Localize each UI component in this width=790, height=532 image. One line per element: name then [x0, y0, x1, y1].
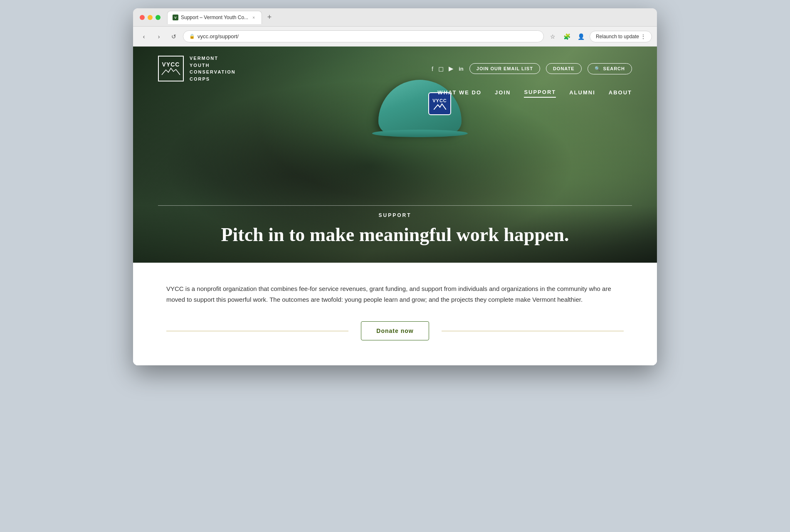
- search-label: SEARCH: [603, 66, 625, 71]
- donate-now-button[interactable]: Donate now: [361, 321, 429, 340]
- instagram-icon[interactable]: ◻: [438, 65, 444, 73]
- relaunch-button[interactable]: Relaunch to update ⋮: [590, 31, 652, 42]
- browser-window: V Support – Vermont Youth Co... × + ‹ › …: [133, 8, 657, 365]
- extensions-button[interactable]: 🧩: [561, 31, 573, 42]
- refresh-button[interactable]: ↺: [168, 31, 180, 42]
- nav-item-support[interactable]: SUPPORT: [524, 89, 556, 98]
- relaunch-menu-icon: ⋮: [641, 34, 646, 39]
- logo-box: VYCC: [158, 56, 184, 81]
- bookmark-button[interactable]: ☆: [547, 31, 559, 42]
- hero-title: Pitch in to make meaningful work happen.: [158, 223, 632, 246]
- fullscreen-window-button[interactable]: [156, 15, 160, 20]
- tab-favicon: V: [173, 15, 178, 20]
- header-right: f ◻ ▶ in JOIN OUR EMAIL LIST DONATE 🔍 SE…: [432, 63, 632, 74]
- social-icons: f ◻ ▶ in: [432, 65, 464, 73]
- content-section: VYCC is a nonprofit organization that co…: [133, 263, 657, 365]
- address-text: vycc.org/support/: [198, 33, 239, 39]
- hero-bottom: SUPPORT Pitch in to make meaningful work…: [133, 205, 657, 263]
- tab-title: Support – Vermont Youth Co...: [181, 15, 248, 20]
- search-button[interactable]: 🔍 SEARCH: [588, 63, 632, 74]
- traffic-lights: [140, 15, 160, 20]
- toolbar-actions: ☆ 🧩 👤 Relaunch to update ⋮: [547, 31, 652, 42]
- logo-org-name: VERMONT YOUTH CONSERVATION CORPS: [190, 55, 236, 82]
- address-bar[interactable]: 🔒 vycc.org/support/: [183, 30, 544, 42]
- nav-item-what-we-do[interactable]: WHAT WE DO: [437, 89, 481, 97]
- active-tab[interactable]: V Support – Vermont Youth Co... ×: [167, 11, 262, 24]
- tab-bar: V Support – Vermont Youth Co... × +: [167, 11, 639, 24]
- nav-item-alumni[interactable]: ALUMNI: [569, 89, 595, 97]
- minimize-window-button[interactable]: [148, 15, 153, 20]
- hero-section: VYCC VYCC: [133, 47, 657, 263]
- donate-row: Donate now: [166, 321, 624, 340]
- forward-button[interactable]: ›: [153, 31, 165, 42]
- logo-abbr: VYCC: [162, 62, 180, 67]
- hero-section-label: SUPPORT: [158, 212, 632, 218]
- nav-item-join[interactable]: JOIN: [495, 89, 511, 97]
- new-tab-button[interactable]: +: [264, 12, 275, 23]
- profile-button[interactable]: 👤: [575, 31, 587, 42]
- header-top: VYCC VERMONT YOUTH CONSERVATION CORPS f …: [158, 55, 632, 82]
- logo-mountain-icon: [161, 67, 181, 76]
- browser-toolbar: ‹ › ↺ 🔒 vycc.org/support/ ☆ 🧩 👤 Relaunch…: [133, 27, 657, 47]
- content-description: VYCC is a nonprofit organization that co…: [166, 283, 624, 305]
- back-button[interactable]: ‹: [138, 31, 150, 42]
- right-divider: [442, 331, 624, 331]
- donate-header-button[interactable]: DONATE: [546, 63, 582, 74]
- linkedin-icon[interactable]: in: [459, 66, 464, 72]
- close-window-button[interactable]: [140, 15, 145, 20]
- browser-titlebar: V Support – Vermont Youth Co... × +: [133, 8, 657, 27]
- site-header: VYCC VERMONT YOUTH CONSERVATION CORPS f …: [133, 47, 657, 106]
- nav-item-about[interactable]: ABOUT: [609, 89, 632, 97]
- hard-hat-brim: [372, 130, 468, 137]
- facebook-icon[interactable]: f: [432, 65, 433, 72]
- search-icon: 🔍: [595, 66, 601, 71]
- relaunch-label: Relaunch to update: [596, 34, 639, 39]
- hero-divider: [158, 205, 632, 206]
- left-divider: [166, 331, 348, 331]
- logo-area[interactable]: VYCC VERMONT YOUTH CONSERVATION CORPS: [158, 55, 236, 82]
- main-nav: WHAT WE DO JOIN SUPPORT ALUMNI ABOUT: [158, 89, 632, 98]
- tab-close-button[interactable]: ×: [251, 15, 257, 20]
- email-list-button[interactable]: JOIN OUR EMAIL LIST: [469, 63, 540, 74]
- website-content: VYCC VYCC: [133, 47, 657, 365]
- youtube-icon[interactable]: ▶: [449, 65, 454, 72]
- security-icon: 🔒: [189, 34, 195, 39]
